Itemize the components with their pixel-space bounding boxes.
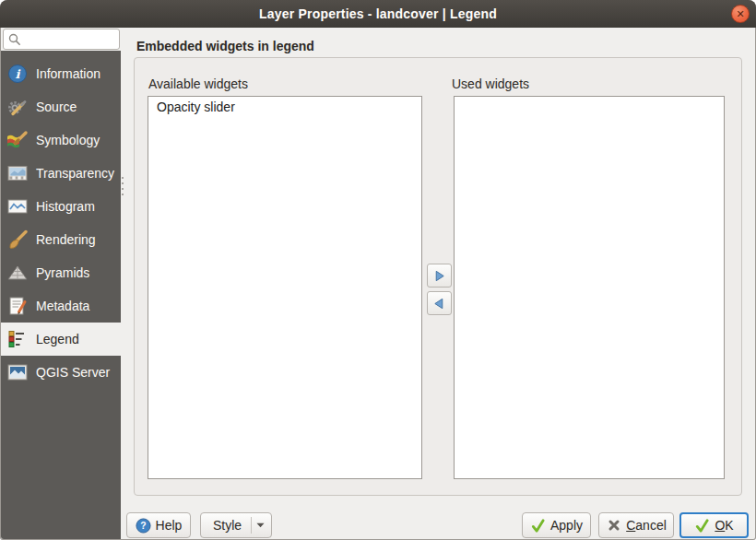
sidebar-item-qgis-server[interactable]: QGIS Server [1,356,121,389]
histogram-icon [6,195,29,217]
arrow-right-icon [432,269,446,283]
apply-label: Apply [550,518,583,533]
metadata-icon [6,295,29,317]
transparency-icon [6,162,29,184]
remove-widget-button[interactable] [427,291,452,315]
sidebar-item-label: Legend [36,332,79,346]
check-icon [530,518,546,534]
sidebar-item-legend[interactable]: Legend [1,323,121,356]
search-icon [7,32,22,47]
cross-icon [606,518,621,534]
chevron-down-icon [256,522,265,528]
symbology-icon [6,129,29,151]
group-title: Embedded widgets in legend [136,39,314,53]
used-widgets-label: Used widgets [452,76,529,91]
list-item[interactable]: Opacity slider [148,97,421,117]
sidebar-item-label: Rendering [36,232,96,247]
close-icon: ✕ [736,9,744,19]
source-icon [6,96,29,118]
used-widgets-list[interactable] [454,96,725,479]
close-button[interactable]: ✕ [731,5,750,23]
ok-button[interactable]: OK [679,512,749,538]
qgis-server-icon [6,361,29,383]
help-icon: ? [136,518,151,534]
available-widgets-label: Available widgets [148,76,248,91]
sidebar-item-label: Symbology [36,133,100,147]
style-separator [251,517,252,534]
sidebar-item-label: Histogram [36,199,95,214]
cancel-label: Cancel [626,518,667,533]
sidebar: i Information Source Symbology [1,51,121,539]
pyramids-icon [6,262,29,284]
search-input[interactable] [22,31,118,47]
sidebar-item-label: Source [36,100,77,114]
sidebar-item-metadata[interactable]: Metadata [1,289,121,323]
svg-text:?: ? [140,521,146,531]
help-button[interactable]: ? Help [126,512,191,538]
ok-label: OK [715,518,733,533]
sidebar-search[interactable] [3,29,120,50]
sidebar-item-source[interactable]: Source [1,90,121,123]
sidebar-item-label: QGIS Server [36,365,110,380]
cancel-button[interactable]: Cancel [598,512,674,538]
sidebar-item-symbology[interactable]: Symbology [1,123,121,157]
rendering-icon [6,229,29,251]
arrow-left-icon [432,297,446,311]
legend-icon [6,328,29,350]
available-widgets-list[interactable]: Opacity slider [148,96,422,479]
layer-properties-dialog: Layer Properties - landcover | Legend ✕ … [0,0,756,540]
window-title: Layer Properties - landcover | Legend [259,6,497,21]
sidebar-item-label: Metadata [36,299,89,313]
add-widget-button[interactable] [427,264,452,288]
titlebar[interactable]: Layer Properties - landcover | Legend ✕ [0,0,756,28]
style-dropdown-button[interactable]: Style [200,512,272,538]
style-label: Style [213,518,242,533]
sidebar-item-label: Information [36,66,100,81]
help-label: Help [156,518,183,533]
sidebar-item-pyramids[interactable]: Pyramids [1,256,121,289]
sidebar-item-histogram[interactable]: Histogram [1,190,121,223]
information-icon: i [6,63,29,85]
apply-button[interactable]: Apply [522,512,591,538]
sidebar-item-information[interactable]: i Information [1,57,121,90]
sidebar-item-transparency[interactable]: Transparency [1,157,121,190]
check-icon [694,518,710,534]
sidebar-item-rendering[interactable]: Rendering [1,223,121,256]
sidebar-item-label: Transparency [36,166,114,181]
sidebar-splitter-handle[interactable] [121,168,124,205]
sidebar-item-label: Pyramids [36,265,89,280]
